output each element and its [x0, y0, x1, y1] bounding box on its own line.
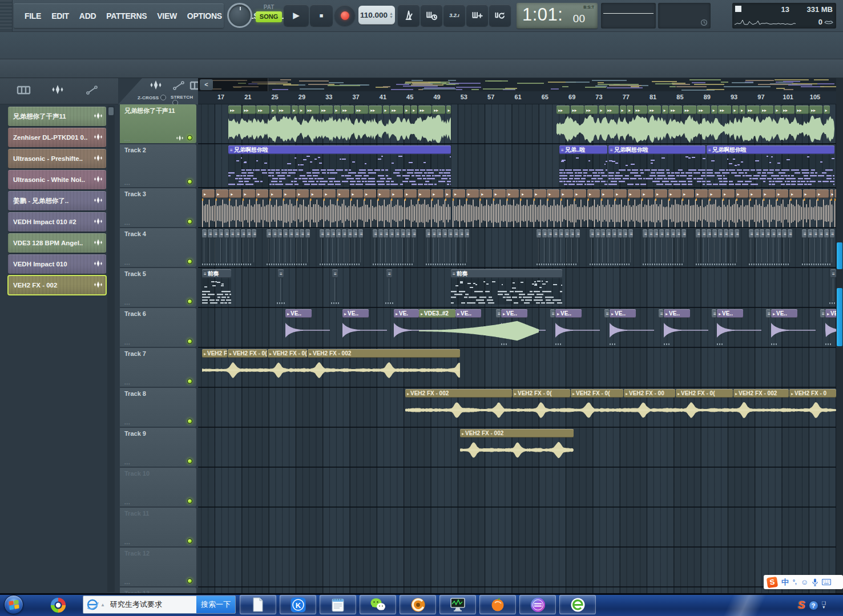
audio-clip[interactable]: ▸▸ — [390, 106, 403, 114]
audio-clip[interactable]: ▸ — [599, 106, 605, 114]
pattern-stub[interactable]: ≡ — [777, 229, 781, 238]
audio-clip[interactable]: ▸ — [824, 106, 830, 114]
intro-clip-body[interactable] — [202, 278, 231, 305]
track-options-dots[interactable]: ... — [124, 136, 131, 142]
track-led[interactable] — [187, 499, 192, 504]
audio-clip[interactable]: ▸▸ — [228, 106, 241, 114]
audio-clip[interactable]: ▸▸ — [571, 106, 584, 114]
audio-clip[interactable]: ▸▸ — [369, 106, 382, 114]
kick-clip[interactable]: ▸ — [708, 189, 721, 198]
pattern-stub[interactable]: ≡ — [755, 229, 759, 238]
picker-item-3[interactable]: Ultrasonic - Preshifte.. — [8, 149, 106, 168]
track-options-dots[interactable]: ... — [124, 220, 131, 226]
overdub-button[interactable] — [466, 5, 488, 26]
audio-mode-icon[interactable] — [150, 80, 162, 90]
track-options-dots[interactable]: ... — [124, 500, 131, 505]
pattern-stub[interactable]: ≡ — [358, 229, 363, 238]
audio-clip[interactable]: ▸ — [739, 106, 745, 114]
pattern-stub[interactable]: ≡ — [550, 309, 555, 318]
kick-clip[interactable]: ▸ — [256, 189, 268, 198]
pattern-stub[interactable]: ≡ — [623, 229, 627, 238]
audio-clip[interactable]: ▸ — [292, 106, 298, 114]
timeline-ruler[interactable]: 1721252933374145495357616569737781858993… — [198, 91, 836, 104]
pattern-stub[interactable]: ≡ — [735, 229, 739, 238]
kick-clip[interactable]: ▸ — [323, 189, 336, 198]
scrollbar-handle[interactable] — [837, 242, 842, 269]
pattern-stub[interactable]: ≡ — [537, 229, 541, 238]
impact-clip[interactable]: ▸VE.. — [717, 309, 743, 318]
dropdown-caret-icon[interactable]: ▲ — [100, 602, 105, 607]
pattern-stub[interactable]: ≡ — [230, 229, 235, 238]
kick-clip[interactable]: ▸ — [816, 189, 829, 198]
audio-clip[interactable]: ▸▸ — [809, 106, 822, 114]
pattern-stub[interactable]: ≡ — [671, 229, 675, 238]
midi-clip[interactable]: ≡兄弟啊想你啦 — [228, 145, 451, 154]
kick-clip[interactable]: ▸ — [560, 189, 573, 198]
tray-sogou-icon[interactable]: S — [798, 599, 805, 611]
kick-clip[interactable]: ▸ — [641, 189, 654, 198]
pattern-stub[interactable]: ≡ — [406, 229, 410, 238]
audio-clip[interactable]: ▸▸ — [256, 106, 269, 114]
pattern-stub[interactable]: ≡ — [696, 229, 700, 238]
pattern-stub[interactable]: ≡ — [342, 229, 346, 238]
audio-clip[interactable]: ▸▸ — [634, 106, 647, 114]
picker-item-6[interactable]: VEDH Impact 010 #2 — [8, 212, 106, 232]
fx-clip[interactable]: ▸VEH2 FX - 0( — [228, 349, 267, 358]
scrollbar-handle[interactable] — [837, 288, 842, 346]
kick-clip[interactable]: ▸ — [404, 189, 417, 198]
menu-file[interactable]: FILE — [19, 11, 46, 21]
track-led[interactable] — [187, 299, 192, 304]
kick-clip[interactable]: ▸ — [655, 189, 667, 198]
audio-clip[interactable]: ▸▸ — [606, 106, 619, 114]
zcross-checkbox[interactable] — [160, 95, 166, 100]
tempo-spinner[interactable]: ▲▼ — [389, 12, 393, 19]
ime-emoji-button[interactable]: ☺ — [801, 578, 808, 586]
track-header-7[interactable]: Track 7... — [120, 348, 196, 387]
pattern-stub[interactable]: ≡ — [648, 229, 653, 238]
intro-midi-clip[interactable]: ≡前奏 — [202, 269, 231, 278]
pattern-stub[interactable]: ≡ — [224, 229, 229, 238]
menu-patterns[interactable]: PATTERNS — [101, 11, 152, 21]
automation-mode-icon[interactable] — [172, 80, 185, 91]
kick-clip[interactable]: ▸ — [803, 189, 816, 198]
pattern-stub[interactable]: ≡ — [208, 229, 212, 238]
pattern-stub[interactable]: ≡ — [289, 229, 293, 238]
pattern-stub[interactable]: ≡ — [771, 229, 776, 238]
countdown-button[interactable]: 3.2.ı — [443, 5, 465, 26]
record-button[interactable] — [334, 5, 355, 26]
audio-clip[interactable]: ▸▸ — [796, 106, 809, 114]
track-header-13[interactable]: Track 13 — [120, 587, 196, 593]
audio-clip[interactable]: ▸▸ — [683, 106, 696, 114]
audio-clip[interactable]: ▸▸ — [669, 106, 682, 114]
pattern-stub[interactable]: ≡ — [604, 309, 609, 318]
pattern-stub[interactable]: ≡ — [707, 229, 711, 238]
vertical-scrollbar[interactable] — [836, 78, 843, 593]
intro-stub[interactable]: ≡ — [830, 269, 836, 278]
kick-clip[interactable]: ▸ — [283, 189, 296, 198]
menu-edit[interactable]: EDIT — [46, 11, 74, 21]
cpu-memory-panel[interactable]: 13 331 MB 0 — [732, 3, 836, 29]
audio-clip[interactable]: ▸ — [411, 106, 417, 114]
kick-clip[interactable]: ▸ — [574, 189, 586, 198]
impact-clip[interactable]: ▸VE.. — [610, 309, 636, 318]
track-header-2[interactable]: Track 2... — [120, 144, 196, 187]
kick-clip[interactable]: ▸ — [390, 189, 403, 198]
audio-clip[interactable]: ▸▸ — [243, 106, 256, 114]
pattern-stub[interactable]: ≡ — [612, 229, 616, 238]
start-button[interactable] — [4, 595, 23, 614]
pattern-stub[interactable]: ≡ — [442, 229, 447, 238]
track-header-5[interactable]: Track 5... — [120, 268, 196, 307]
audio-clip[interactable]: ▸▸ — [760, 106, 773, 114]
pattern-stub[interactable]: ≡ — [454, 229, 458, 238]
pattern-stub[interactable]: ≡ — [606, 229, 611, 238]
audio-clip[interactable]: ▸ — [620, 106, 626, 114]
stop-button[interactable]: ■ — [310, 5, 333, 26]
pattern-stub[interactable]: ≡ — [788, 229, 792, 238]
tempo-display[interactable]: 110.000 ▲▼ — [358, 6, 395, 25]
pattern-stub[interactable]: ≡ — [542, 229, 547, 238]
fx-clip[interactable]: ▸VEH2 FX - 0( — [513, 389, 570, 398]
pattern-stub[interactable]: ≡ — [595, 229, 600, 238]
fx-clip[interactable]: ▸VEH2 FX - 002 — [405, 389, 512, 398]
midi-clip[interactable]: ≡兄弟..啦 — [559, 145, 607, 154]
wait-for-input-button[interactable] — [421, 5, 442, 26]
